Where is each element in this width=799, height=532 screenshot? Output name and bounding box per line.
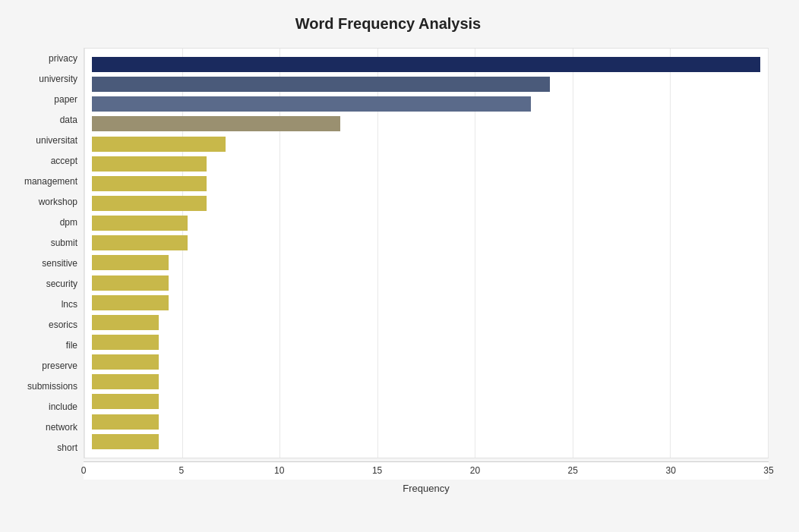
x-tick: 30 [665,465,675,476]
bar [92,216,188,231]
y-label: file [66,335,77,356]
plot-area [84,48,769,458]
bar [92,116,340,131]
y-label: network [46,417,77,438]
x-tick: 35 [763,465,773,476]
bar-row [92,174,760,194]
y-label: paper [54,89,77,109]
bar-row [92,134,760,154]
chart-title: Word Frequency Analysis [8,15,769,33]
bar-row [92,114,760,134]
x-axis-label: Frequency [84,483,769,494]
bar-row [92,392,760,411]
bar [92,275,169,291]
y-labels: privacyuniversitypaperdatauniversitatacc… [8,48,84,458]
bar [92,255,169,270]
bar-row [92,213,760,233]
y-label: data [60,109,77,130]
y-label: lncs [62,294,77,315]
y-label: include [49,397,77,417]
bar-row [92,293,760,313]
bar [92,295,169,310]
bar-row [92,412,760,432]
bar [92,434,159,449]
bar-row [92,332,760,352]
grid-line [84,49,85,458]
bar [92,354,159,370]
y-label: privacy [49,48,77,68]
x-tick-area: 05101520253035 [84,461,769,480]
bar [92,315,159,330]
bar-row [92,55,760,74]
bar [92,176,207,191]
bar [92,394,159,409]
y-label: university [39,68,77,89]
x-tick: 10 [274,465,284,476]
grid-line [768,49,769,458]
bar-row [92,194,760,213]
bar [92,196,207,211]
bar-row [92,372,760,392]
bar [92,96,531,112]
bar-row [92,313,760,332]
y-label: workshop [39,191,77,212]
chart-area: privacyuniversitypaperdatauniversitatacc… [8,48,769,458]
bar-row [92,432,760,452]
bar-row [92,352,760,372]
bar-row [92,74,760,94]
bar-row [92,233,760,253]
bar [92,137,226,152]
y-label: sensitive [42,253,77,273]
y-label: security [46,274,77,294]
chart-container: Word Frequency Analysis privacyuniversit… [0,0,799,532]
y-label: submissions [27,376,77,397]
y-label: submit [51,232,77,253]
bar [92,414,159,430]
bar [92,156,207,172]
bar-row [92,273,760,293]
y-label: esorics [49,315,77,335]
x-tick: 5 [179,465,185,476]
x-axis: 05101520253035 [84,458,769,480]
y-label: short [57,438,77,458]
bar [92,77,550,92]
bar [92,235,188,250]
bar-row [92,94,760,114]
bar-row [92,154,760,174]
y-label: accept [51,150,77,171]
bar [92,335,159,350]
bar [92,57,760,72]
x-tick: 20 [470,465,480,476]
x-tick: 15 [372,465,382,476]
y-label: preserve [42,356,77,376]
y-label: management [24,171,77,191]
y-label: universitat [36,130,77,150]
x-tick: 0 [81,465,87,476]
x-tick: 25 [568,465,578,476]
bar-row [92,253,760,272]
bar [92,374,159,389]
bars-wrapper: privacyuniversitypaperdatauniversitatacc… [8,48,769,458]
y-label: dpm [60,212,77,232]
